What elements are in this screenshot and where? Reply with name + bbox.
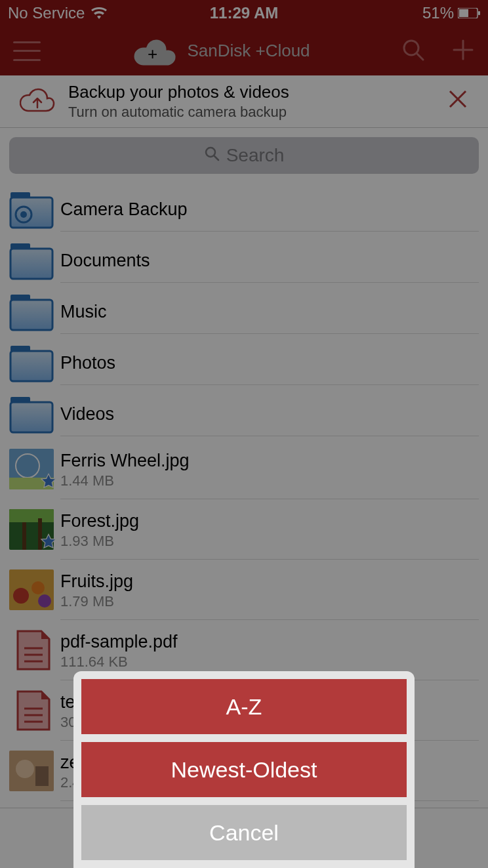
sort-az-button[interactable]: A-Z [81, 679, 407, 734]
cancel-button[interactable]: Cancel [81, 805, 407, 860]
sort-newest-oldest-button[interactable]: Newest-Oldest [81, 742, 407, 797]
sort-action-sheet: A-Z Newest-Oldest Cancel [73, 671, 415, 868]
